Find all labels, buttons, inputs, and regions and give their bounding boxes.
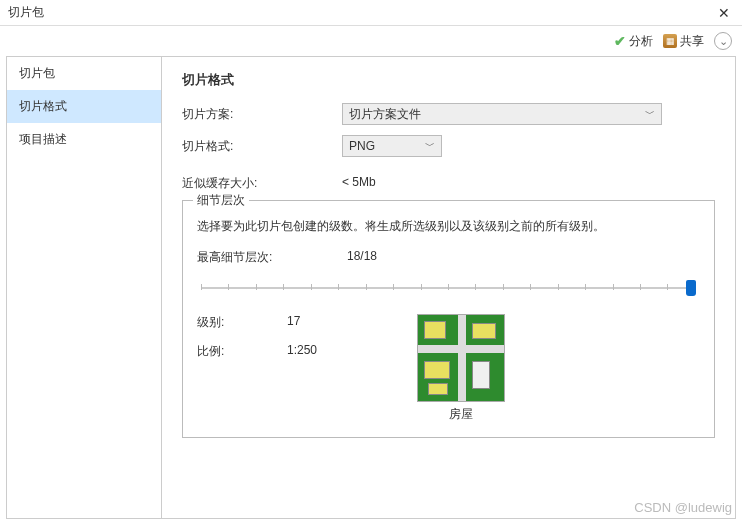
- window-title: 切片包: [8, 4, 44, 21]
- format-value: PNG: [349, 139, 375, 153]
- content-panel: 切片格式 切片方案: 切片方案文件 ﹀ 切片格式: PNG ﹀ 近似缓存大小: …: [162, 57, 735, 518]
- help-dropdown-button[interactable]: ⌄: [714, 32, 732, 50]
- max-lod-value: 18/18: [347, 249, 377, 266]
- analyze-button[interactable]: ✔ 分析: [614, 33, 653, 50]
- title-bar: 切片包 ✕: [0, 0, 742, 26]
- page-title: 切片格式: [182, 71, 715, 89]
- share-icon: ▦: [663, 34, 677, 48]
- slider-ticks: [201, 284, 696, 292]
- main-body: 切片包 切片格式 项目描述 切片格式 切片方案: 切片方案文件 ﹀ 切片格式: …: [6, 56, 736, 519]
- slider-thumb[interactable]: [686, 280, 696, 296]
- cache-value: < 5Mb: [342, 175, 376, 192]
- scheme-label: 切片方案:: [182, 106, 342, 123]
- lod-slider[interactable]: [201, 276, 696, 300]
- preview-caption: 房屋: [417, 406, 505, 423]
- top-toolbar: ✔ 分析 ▦ 共享 ⌄: [0, 26, 742, 56]
- max-lod-row: 最高细节层次: 18/18: [197, 249, 700, 266]
- lod-fieldset: 细节层次 选择要为此切片包创建的级数。将生成所选级别以及该级别之前的所有级别。 …: [182, 200, 715, 438]
- max-lod-label: 最高细节层次:: [197, 249, 347, 266]
- check-icon: ✔: [614, 33, 626, 49]
- analyze-label: 分析: [629, 33, 653, 50]
- share-label: 共享: [680, 33, 704, 50]
- scale-value: 1:250: [287, 343, 317, 360]
- sidebar: 切片包 切片格式 项目描述: [7, 57, 162, 518]
- lod-legend: 细节层次: [193, 192, 249, 209]
- format-select[interactable]: PNG ﹀: [342, 135, 442, 157]
- cache-row: 近似缓存大小: < 5Mb: [182, 175, 715, 192]
- scale-label: 比例:: [197, 343, 287, 360]
- share-button[interactable]: ▦ 共享: [663, 33, 704, 50]
- scheme-row: 切片方案: 切片方案文件 ﹀: [182, 103, 715, 125]
- level-value: 17: [287, 314, 300, 331]
- close-button[interactable]: ✕: [714, 5, 734, 21]
- chevron-down-icon: ﹀: [645, 107, 655, 121]
- scheme-value: 切片方案文件: [349, 106, 421, 123]
- sidebar-item-package[interactable]: 切片包: [7, 57, 161, 90]
- format-label: 切片格式:: [182, 138, 342, 155]
- preview-area: 级别: 17 比例: 1:250: [197, 314, 700, 423]
- chevron-down-icon: ﹀: [425, 139, 435, 153]
- map-preview: [417, 314, 505, 402]
- level-label: 级别:: [197, 314, 287, 331]
- scheme-select[interactable]: 切片方案文件 ﹀: [342, 103, 662, 125]
- sidebar-item-description[interactable]: 项目描述: [7, 123, 161, 156]
- format-row: 切片格式: PNG ﹀: [182, 135, 715, 157]
- lod-info: 级别: 17 比例: 1:250: [197, 314, 317, 372]
- lod-description: 选择要为此切片包创建的级数。将生成所选级别以及该级别之前的所有级别。: [197, 217, 700, 235]
- preview-column: 房屋: [417, 314, 505, 423]
- sidebar-item-format[interactable]: 切片格式: [7, 90, 161, 123]
- cache-label: 近似缓存大小:: [182, 175, 342, 192]
